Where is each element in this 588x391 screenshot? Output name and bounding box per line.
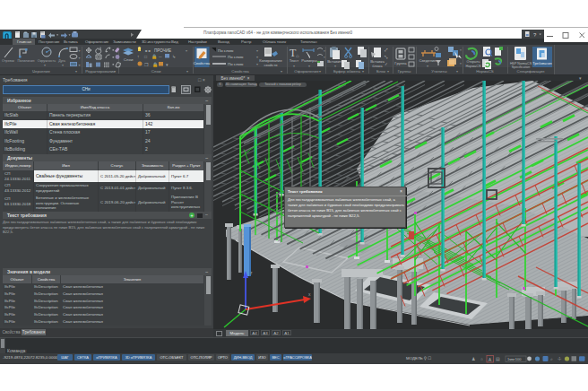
- svg-text:▾: ▾: [460, 62, 462, 65]
- svg-text:По слою: По слою: [228, 55, 244, 59]
- svg-text:Группы: Группы: [398, 69, 411, 74]
- svg-text:▾: ▾: [44, 63, 46, 67]
- svg-text:■ ■: ■ ■: [145, 48, 151, 53]
- svg-text:Черчение: Черчение: [32, 69, 50, 74]
- svg-text:▾: ▾: [324, 49, 325, 53]
- svg-text:Текст: Текст: [290, 58, 299, 63]
- svg-text:▾: ▾: [308, 64, 310, 68]
- svg-text:блока: блока: [372, 64, 383, 68]
- svg-text:▾: ▾: [75, 69, 77, 74]
- svg-text:?: ?: [533, 32, 537, 38]
- svg-text:▾: ▾: [256, 62, 258, 66]
- svg-text:Окружность: Окружность: [38, 59, 56, 63]
- svg-text:По слою: По слою: [228, 62, 244, 66]
- svg-text:Блок: Блок: [376, 69, 385, 74]
- svg-text:⤡: ⤡: [385, 55, 388, 59]
- svg-text:Слои: Слои: [124, 57, 134, 62]
- svg-text:▾: ▾: [186, 69, 188, 74]
- svg-text:НБР NormaCS: НБР NormaCS: [510, 62, 532, 65]
- svg-text:▾: ▾: [324, 56, 325, 59]
- svg-text:Утилиты: Утилиты: [431, 69, 446, 74]
- svg-text:z: z: [250, 270, 253, 275]
- svg-text:▤: ▤: [496, 356, 500, 361]
- svg-text:↳: ↳: [172, 54, 176, 59]
- svg-text:свойств: свойств: [264, 63, 278, 67]
- svg-text:▾: ▾: [362, 69, 364, 74]
- svg-text:⤢: ⤢: [385, 48, 388, 52]
- svg-text:❐: ❐: [144, 62, 149, 67]
- svg-text:Отрезок: Отрезок: [2, 59, 14, 63]
- svg-text:Свойства: Свойства: [231, 69, 249, 74]
- svg-text:🔒: 🔒: [152, 62, 159, 68]
- svg-text:По слою: По слою: [218, 48, 234, 53]
- svg-text:▾: ▾: [293, 64, 295, 68]
- svg-text:ПРОЧИЕ: ПРОЧИЕ: [154, 48, 171, 53]
- svg-text:♟: ♟: [471, 356, 475, 361]
- svg-text:Свойства: Свойства: [194, 61, 211, 65]
- svg-text:🔒: 🔒: [151, 54, 158, 60]
- svg-text:↑: ↑: [137, 54, 140, 59]
- svg-text:▾: ▾: [256, 48, 258, 53]
- svg-text:▾: ▾: [79, 56, 81, 60]
- svg-text:▾: ▾: [456, 69, 458, 74]
- svg-text:▾: ▾: [319, 69, 321, 74]
- svg-text:▾: ▾: [79, 63, 81, 67]
- svg-text:✓: ✓: [385, 62, 388, 66]
- svg-text:Слои: Слои: [151, 69, 161, 74]
- svg-text:☼: ☼: [480, 356, 484, 361]
- svg-text:Specification: Specification: [512, 65, 530, 69]
- svg-text:Буфер обмена: Буфер обмена: [333, 69, 360, 74]
- svg-text:▾: ▾: [256, 55, 258, 59]
- svg-text:НормаCS: НормаCS: [466, 65, 481, 68]
- svg-text:Размеры: Размеры: [301, 58, 316, 63]
- svg-text:Полилиния: Полилиния: [17, 59, 34, 63]
- svg-text:Сведения: Сведения: [419, 58, 436, 63]
- svg-text:Редактирование: Редактирование: [85, 69, 116, 74]
- svg-text:Открыть: Открыть: [467, 60, 480, 64]
- svg-text:▾: ▾: [62, 63, 64, 67]
- svg-text:☩: ☩: [558, 356, 561, 361]
- svg-text:▾: ▾: [166, 62, 169, 67]
- svg-text:▾: ▾: [79, 48, 81, 53]
- svg-text:▾: ▾: [281, 69, 282, 74]
- svg-text:□: □: [144, 54, 147, 59]
- svg-text:А: А: [489, 358, 492, 362]
- svg-text:Требования: Требования: [532, 61, 551, 65]
- svg-text:▾: ▾: [114, 69, 116, 74]
- svg-text:▾: ▾: [460, 48, 462, 52]
- svg-text:НормаCS: НормаCS: [476, 69, 494, 74]
- svg-text:⌕: ⌕: [550, 356, 553, 361]
- svg-text:Оформление: Оформление: [294, 69, 319, 74]
- svg-text:▾: ▾: [186, 48, 187, 53]
- svg-text:▾: ▾: [334, 64, 336, 68]
- svg-text:─: ─: [158, 54, 162, 59]
- svg-text:1мм:100: 1мм:100: [507, 357, 522, 361]
- svg-text:x: x: [308, 291, 311, 297]
- svg-text:Группа: Группа: [394, 61, 407, 65]
- svg-text:Спецификация: Спецификация: [517, 69, 545, 74]
- svg-text:▾: ▾: [387, 69, 389, 74]
- svg-text:▾: ▾: [427, 64, 428, 68]
